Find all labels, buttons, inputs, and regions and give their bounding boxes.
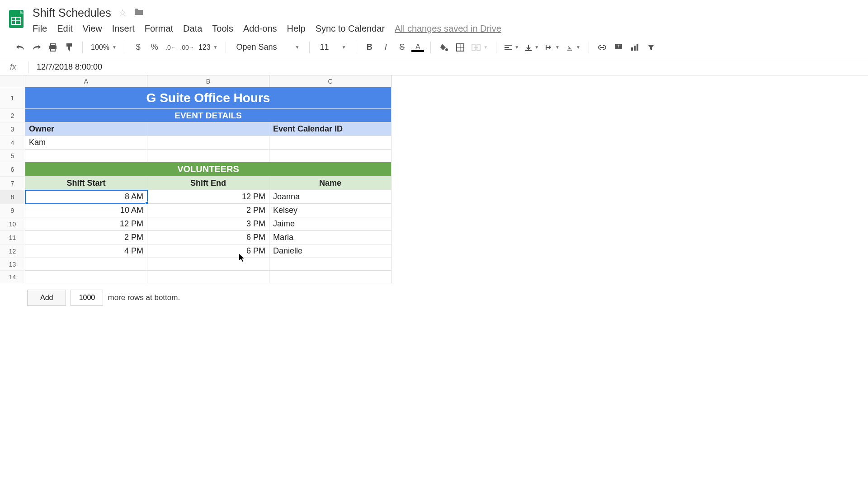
doc-title[interactable]: Shift Schedules (33, 6, 111, 19)
cell[interactable]: Jaime (269, 217, 392, 231)
borders-icon[interactable] (453, 41, 467, 54)
insert-comment-icon[interactable]: + (612, 41, 625, 54)
cell[interactable]: Maria (269, 231, 392, 244)
cell-event-cal-label[interactable]: Event Calendar ID (269, 122, 392, 136)
col-header-b[interactable]: B (147, 75, 269, 87)
menu-edit[interactable]: Edit (57, 23, 72, 34)
cell[interactable]: 6 PM (147, 231, 269, 244)
v-align-icon[interactable]: ▼ (524, 44, 541, 51)
cell-owner-value[interactable]: Kam (25, 136, 147, 150)
cell-title[interactable]: G Suite Office Hours (25, 87, 392, 109)
cell-shift-start-label[interactable]: Shift Start (25, 177, 147, 190)
cell[interactable]: 2 PM (25, 231, 147, 244)
text-rotate-icon[interactable]: A▼ (564, 44, 582, 51)
cell[interactable]: Kelsey (269, 204, 392, 217)
cell[interactable] (269, 150, 392, 162)
row-header[interactable]: 4 (0, 136, 25, 150)
row-header[interactable]: 1 (0, 87, 25, 109)
row-header[interactable]: 7 (0, 177, 25, 190)
menu-sync[interactable]: Sync to Calendar (316, 23, 385, 34)
h-align-icon[interactable]: ▼ (503, 44, 521, 51)
format-currency-icon[interactable]: $ (132, 41, 145, 54)
format-percent-icon[interactable]: % (148, 41, 161, 54)
cell-a8-selected[interactable]: 8 AM (25, 190, 147, 204)
cell-volunteers-header[interactable]: VOLUNTEERS (25, 162, 392, 177)
row-header[interactable]: 8 (0, 190, 25, 204)
row-header[interactable]: 11 (0, 231, 25, 244)
cell[interactable]: 6 PM (147, 244, 269, 258)
italic-icon[interactable]: I (379, 41, 392, 54)
decrease-decimal-icon[interactable]: .0← (164, 41, 178, 54)
spreadsheet-grid[interactable]: A B C 1 G Suite Office Hours 2 EVENT DET… (0, 75, 868, 283)
font-size-select[interactable]: 11▼ (316, 42, 349, 52)
menu-format[interactable]: Format (145, 23, 173, 34)
row-header[interactable]: 13 (0, 258, 25, 271)
strikethrough-icon[interactable]: S (395, 41, 409, 54)
formula-bar[interactable]: fx 12/7/2018 8:00:00 (0, 59, 868, 75)
font-family-select[interactable]: Open Sans▼ (232, 42, 303, 52)
cell[interactable]: 4 PM (25, 244, 147, 258)
paint-format-icon[interactable] (62, 41, 76, 54)
redo-icon[interactable] (30, 41, 43, 54)
row-header[interactable]: 5 (0, 150, 25, 162)
cell-owner-label[interactable]: Owner (25, 122, 147, 136)
cell[interactable] (25, 150, 147, 162)
col-header-c[interactable]: C (269, 75, 392, 87)
cell[interactable]: 10 AM (25, 204, 147, 217)
print-icon[interactable] (46, 41, 60, 54)
menu-view[interactable]: View (83, 23, 102, 34)
cell[interactable] (147, 136, 269, 150)
cell-event-details-header[interactable]: EVENT DETAILS (25, 109, 392, 122)
undo-icon[interactable] (14, 41, 27, 54)
selection-handle[interactable] (145, 202, 148, 205)
row-header[interactable]: 14 (0, 271, 25, 283)
sheets-logo[interactable] (5, 7, 28, 31)
cell[interactable] (269, 258, 392, 271)
col-header-a[interactable]: A (25, 75, 147, 87)
cell[interactable] (147, 271, 269, 283)
increase-decimal-icon[interactable]: .00→ (180, 41, 194, 54)
menu-file[interactable]: File (33, 23, 47, 34)
menu-addons[interactable]: Add-ons (243, 23, 277, 34)
cell[interactable]: 3 PM (147, 217, 269, 231)
bold-icon[interactable]: B (363, 41, 376, 54)
cell[interactable]: 2 PM (147, 204, 269, 217)
menu-data[interactable]: Data (183, 23, 202, 34)
format-number-select[interactable]: 123▼ (197, 43, 220, 52)
text-wrap-icon[interactable]: ▼ (543, 44, 561, 51)
formula-content[interactable]: 12/7/2018 8:00:00 (37, 62, 102, 72)
add-rows-button[interactable]: Add (27, 290, 66, 306)
row-header[interactable]: 9 (0, 204, 25, 217)
text-color-icon[interactable]: A (411, 43, 424, 52)
zoom-select[interactable]: 100%▼ (89, 43, 118, 52)
row-header[interactable]: 12 (0, 244, 25, 258)
select-all-corner[interactable] (0, 75, 25, 87)
row-header[interactable]: 2 (0, 109, 25, 122)
move-folder-icon[interactable] (134, 8, 144, 18)
cell-shift-end-label[interactable]: Shift End (147, 177, 269, 190)
cell-name-label[interactable]: Name (269, 177, 392, 190)
cell[interactable] (147, 122, 269, 136)
row-count-input[interactable] (71, 290, 103, 306)
cell[interactable]: 12 PM (147, 190, 269, 204)
row-header[interactable]: 6 (0, 162, 25, 177)
cell[interactable] (147, 258, 269, 271)
cell[interactable] (269, 271, 392, 283)
cell[interactable] (25, 271, 147, 283)
save-status[interactable]: All changes saved in Drive (395, 23, 501, 34)
cell[interactable] (25, 258, 147, 271)
menu-insert[interactable]: Insert (112, 23, 135, 34)
row-header[interactable]: 3 (0, 122, 25, 136)
merge-cells-icon[interactable]: ▼ (470, 44, 490, 51)
menu-help[interactable]: Help (287, 23, 306, 34)
cell[interactable]: 12 PM (25, 217, 147, 231)
fill-color-icon[interactable] (437, 41, 451, 54)
cell[interactable] (269, 136, 392, 150)
cell[interactable]: Danielle (269, 244, 392, 258)
insert-link-icon[interactable] (595, 41, 609, 54)
filter-icon[interactable] (644, 41, 658, 54)
star-icon[interactable]: ☆ (118, 7, 127, 18)
cell[interactable] (147, 150, 269, 162)
cell[interactable]: Joanna (269, 190, 392, 204)
menu-tools[interactable]: Tools (212, 23, 233, 34)
